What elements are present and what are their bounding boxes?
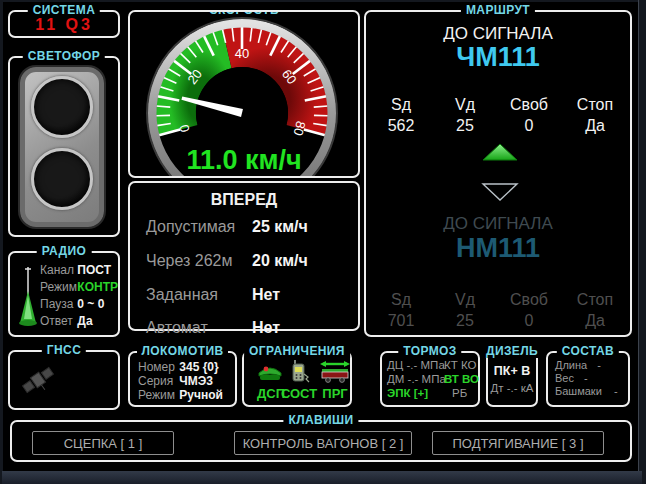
diesel-panel-title: ДИЗЕЛЬ bbox=[481, 344, 543, 358]
radio-channel-value: ПОСТ bbox=[77, 263, 111, 277]
diesel-pk-status: ПК+ В bbox=[488, 364, 536, 378]
col-free: Своб bbox=[496, 96, 562, 114]
radio-channel-label: Канал bbox=[40, 263, 74, 277]
direction-down-arrow-icon bbox=[481, 182, 519, 202]
loco-mode-value: Ручной bbox=[179, 388, 223, 402]
next-signal-headers: Sд Vд Своб Стоп bbox=[368, 291, 628, 309]
flatcar-icon bbox=[319, 360, 351, 384]
speed-panel: СКОРОСТЬ 020406080 11.0 км/ч bbox=[128, 10, 360, 178]
pull-up-button[interactable]: ПОДТЯГИВАНИЕ [ 3 ] bbox=[432, 431, 604, 455]
radio-pause-value: 0 ~ 0 bbox=[77, 297, 104, 311]
radio-panel-title: РАДИО bbox=[37, 244, 92, 258]
train-weight-value: - bbox=[584, 372, 588, 384]
next-signal-values: 701 25 0 Да bbox=[368, 312, 628, 330]
loco-series-value: ЧМЭ3 bbox=[179, 374, 213, 388]
system-panel: СИСТЕМА 11 Q3 bbox=[8, 10, 120, 38]
restrictions-panel: ОГРАНИЧЕНИЯ ДСП СОСТ ПРГ bbox=[242, 351, 352, 407]
brake-rb: РБ bbox=[452, 387, 467, 399]
loco-mode-row: Режим Ручной bbox=[138, 388, 223, 402]
col-vd: Vд bbox=[434, 96, 496, 114]
prg-label: ПРГ bbox=[322, 386, 347, 401]
radio-mode-value: КОНТР bbox=[77, 280, 118, 294]
forward-title: ВПЕРЕД bbox=[130, 191, 358, 209]
traffic-light-upper-lamp bbox=[31, 76, 93, 138]
window-border-top bbox=[0, 0, 646, 2]
next-to-signal-label: ДО СИГНАЛА bbox=[366, 214, 630, 234]
window-border-left bbox=[0, 0, 3, 484]
active-signal-name: ЧМ111 bbox=[366, 42, 630, 73]
active-signal-values: 562 25 0 Да bbox=[368, 117, 628, 135]
loco-number-value: 345 {0} bbox=[179, 360, 218, 374]
antenna-icon bbox=[16, 261, 40, 327]
speed-readout: 11.0 км/ч bbox=[130, 145, 358, 176]
wagon-control-button[interactable]: КОНТРОЛЬ ВАГОНОВ [ 2 ] bbox=[234, 431, 412, 455]
val-stop: Да bbox=[562, 117, 628, 135]
dsp-cap-icon bbox=[255, 360, 285, 384]
next-signal-name: НМ111 bbox=[366, 233, 630, 264]
loco-number-row: Номер 345 {0} bbox=[138, 360, 219, 374]
train-length-row: Длина - bbox=[555, 359, 601, 371]
next-val-stop: Да bbox=[562, 312, 628, 330]
radio-pause-row: Пауза 0 ~ 0 bbox=[40, 297, 104, 311]
col-sd: Sд bbox=[368, 96, 434, 114]
next-col-free: Своб bbox=[496, 291, 562, 309]
window-border-bottom bbox=[2, 471, 642, 484]
train-weight-label: Вес bbox=[555, 372, 574, 384]
diesel-panel: ДИЗЕЛЬ ПК+ В Дт -.- кА bbox=[486, 351, 538, 407]
automat-value: Нет bbox=[252, 319, 280, 337]
diesel-current: Дт -.- кА bbox=[488, 382, 536, 394]
val-vd: 25 bbox=[434, 117, 496, 135]
upcoming-limit-value: 20 км/ч bbox=[252, 252, 308, 270]
route-panel-title: МАРШРУТ bbox=[461, 3, 535, 17]
train-panel: СОСТАВ Длина - Вес - Башмаки - bbox=[546, 351, 630, 407]
to-signal-label: ДО СИГНАЛА bbox=[366, 24, 630, 44]
route-panel: МАРШРУТ ДО СИГНАЛА ЧМ111 Sд Vд Своб Стоп… bbox=[364, 10, 632, 337]
train-length-value: - bbox=[597, 359, 601, 371]
traffic-light-icon bbox=[20, 67, 104, 227]
col-stop: Стоп bbox=[562, 96, 628, 114]
train-shoes-value: - bbox=[614, 385, 618, 397]
locomotive-cab-display: СИСТЕМА 11 Q3 СВЕТОФОР РАДИО Канал ПОСТ … bbox=[0, 0, 646, 484]
satellite-icon bbox=[18, 360, 60, 400]
train-panel-title: СОСТАВ bbox=[557, 344, 619, 358]
active-signal-headers: Sд Vд Своб Стоп bbox=[368, 96, 628, 114]
next-val-vd: 25 bbox=[434, 312, 496, 330]
direction-up-arrow-icon bbox=[481, 142, 519, 162]
set-speed-label: Заданная bbox=[146, 286, 218, 304]
system-panel-title: СИСТЕМА bbox=[28, 3, 100, 17]
gnss-panel-title: ГНСС bbox=[42, 343, 86, 357]
sost-label: СОСТ bbox=[281, 386, 317, 401]
loco-mode-label: Режим bbox=[138, 388, 176, 402]
next-col-vd: Vд bbox=[434, 291, 496, 309]
keys-panel: КЛАВИШИ СЦЕПКА [ 1 ] КОНТРОЛЬ ВАГОНОВ [ … bbox=[10, 420, 632, 462]
brake-panel-title: ТОРМОЗ bbox=[398, 344, 461, 358]
allowed-speed-label: Допустимая bbox=[146, 218, 235, 236]
upcoming-limit-label: Через 262м bbox=[146, 252, 232, 270]
set-speed-value: Нет bbox=[252, 286, 280, 304]
window-border-right bbox=[638, 0, 646, 484]
val-free: 0 bbox=[496, 117, 562, 135]
restrictions-panel-title: ОГРАНИЧЕНИЯ bbox=[244, 344, 350, 358]
signal-light-panel: СВЕТОФОР bbox=[8, 56, 120, 237]
locomotive-panel: ЛОКОМОТИВ Номер 345 {0} Серия ЧМЭ3 Режим… bbox=[128, 351, 237, 407]
train-shoes-row: Башмаки - bbox=[555, 385, 618, 397]
next-val-sd: 701 bbox=[368, 312, 434, 330]
brake-dc-pressure: ДЦ -.- МПа bbox=[387, 359, 445, 371]
train-weight-row: Вес - bbox=[555, 372, 588, 384]
coupling-button[interactable]: СЦЕПКА [ 1 ] bbox=[32, 431, 174, 455]
traffic-light-lower-lamp bbox=[31, 148, 93, 210]
loco-series-label: Серия bbox=[138, 374, 176, 388]
brake-panel: ТОРМОЗ ДЦ -.- МПа КТ КО ДМ -.- МПа ВТ ВО… bbox=[380, 351, 480, 407]
train-length-label: Длина bbox=[555, 359, 587, 371]
radio-mode-label: Режим bbox=[40, 280, 74, 294]
signal-light-panel-title: СВЕТОФОР bbox=[23, 49, 105, 63]
brake-vt-vo: ВТ ВО bbox=[444, 373, 479, 385]
next-col-stop: Стоп bbox=[562, 291, 628, 309]
loco-number-label: Номер bbox=[138, 360, 176, 374]
next-col-sd: Sд bbox=[368, 291, 434, 309]
system-code: 11 Q3 bbox=[10, 16, 118, 34]
locomotive-panel-title: ЛОКОМОТИВ bbox=[137, 344, 229, 358]
radio-answer-value: Да bbox=[77, 314, 92, 328]
radio-channel-row: Канал ПОСТ bbox=[40, 263, 111, 277]
brake-epk: ЭПК [+] bbox=[387, 387, 428, 399]
